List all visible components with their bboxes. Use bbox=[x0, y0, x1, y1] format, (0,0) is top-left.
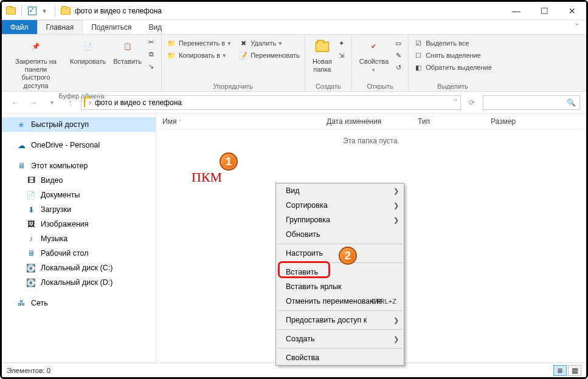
ctx-paste-shortcut[interactable]: Вставить ярлык bbox=[276, 279, 404, 294]
separator bbox=[277, 329, 403, 330]
item-count: Элементов: 0 bbox=[7, 367, 50, 374]
nav-videos[interactable]: 🎞Видео bbox=[2, 173, 156, 188]
edit-button[interactable]: ✎ bbox=[393, 50, 403, 60]
rename-icon: 📝 bbox=[238, 50, 248, 60]
network-icon: 🖧 bbox=[16, 298, 26, 308]
select-none-button[interactable]: ☐Снять выделение bbox=[413, 50, 492, 60]
label: Свойства bbox=[359, 58, 389, 66]
copy-path-button[interactable]: ⧉ bbox=[147, 49, 156, 59]
ctx-new[interactable]: Создать❯ bbox=[276, 332, 404, 346]
cut-button[interactable]: ✂ bbox=[147, 37, 156, 47]
window-controls: — ☐ ✕ bbox=[502, 2, 586, 20]
qat-checkbox-icon[interactable] bbox=[27, 5, 38, 16]
back-button[interactable]: ← bbox=[8, 95, 22, 110]
delete-button[interactable]: ✖Удалить ▾ bbox=[238, 38, 300, 48]
search-icon: 🔍 bbox=[567, 98, 576, 107]
pc-icon: 🖥 bbox=[16, 161, 26, 171]
recent-button[interactable]: ▾ bbox=[44, 95, 59, 110]
nav-quick-access[interactable]: ★Быстрый доступ bbox=[2, 117, 156, 132]
properties-button[interactable]: ✔ Свойства ▾ bbox=[357, 36, 391, 75]
minimize-button[interactable]: — bbox=[502, 2, 530, 20]
history-button[interactable]: ↺ bbox=[393, 63, 403, 72]
nav-network[interactable]: 🖧Сеть bbox=[2, 296, 156, 310]
ctx-undo-rename[interactable]: Отменить переименованиеCTRL+Z bbox=[276, 294, 404, 309]
label: Копировать bbox=[70, 58, 106, 66]
paste-shortcut-button[interactable]: ↘ bbox=[147, 61, 156, 71]
nav-desktop[interactable]: 🖥Рабочий стол bbox=[2, 246, 156, 261]
pin-to-quick-access-button[interactable]: 📌 Закрепить на панели быстрого доступа bbox=[7, 36, 65, 91]
nav-disk-c[interactable]: 💽Локальный диск (C:) bbox=[2, 261, 156, 275]
breadcrumb[interactable]: фото и видео с телефона bbox=[95, 98, 182, 107]
path-icon: ⧉ bbox=[147, 49, 156, 59]
nav-disk-d[interactable]: 💽Локальный диск (D:) bbox=[2, 275, 156, 290]
separator bbox=[277, 348, 403, 349]
ctx-refresh[interactable]: Обновить bbox=[276, 227, 404, 242]
group-label: Создать bbox=[310, 81, 347, 91]
ribbon: 📌 Закрепить на панели быстрого доступа 📄… bbox=[2, 35, 586, 92]
qat-overflow-icon[interactable]: ▾ bbox=[39, 5, 50, 16]
move-icon: 📁 bbox=[167, 38, 176, 48]
folder-icon bbox=[84, 98, 85, 107]
label: Новая папка bbox=[313, 58, 332, 73]
copy-button[interactable]: 📄 Копировать bbox=[67, 36, 108, 67]
close-button[interactable]: ✕ bbox=[558, 2, 586, 20]
address-box[interactable]: › фото и видео с телефона ˅ bbox=[81, 95, 461, 110]
rename-button[interactable]: 📝Переименовать bbox=[238, 50, 300, 60]
ctx-sort[interactable]: Сортировка❯ bbox=[276, 198, 404, 213]
select-all-icon: ☑ bbox=[413, 38, 423, 48]
ribbon-group-new: Новая папка ✦ ⇲ Создать bbox=[305, 35, 352, 91]
select-all-button[interactable]: ☑Выделить все bbox=[413, 38, 492, 48]
view-thumbnails-button[interactable]: ▦ bbox=[568, 365, 581, 376]
open-button[interactable]: ▭ bbox=[393, 38, 403, 48]
copy-icon: 📄 bbox=[78, 37, 98, 56]
paste-button[interactable]: 📋 Вставить bbox=[111, 36, 144, 67]
ctx-group[interactable]: Группировка❯ bbox=[276, 213, 404, 227]
ctx-view[interactable]: Вид❯ bbox=[276, 183, 404, 198]
doc-icon: 📄 bbox=[26, 190, 36, 200]
ribbon-collapse-button[interactable]: ˇ bbox=[568, 20, 586, 34]
view-details-button[interactable]: ≣ bbox=[553, 365, 567, 376]
nav-documents[interactable]: 📄Документы bbox=[2, 188, 156, 202]
nav-pictures[interactable]: 🖼Изображения bbox=[2, 217, 156, 231]
tab-view[interactable]: Вид bbox=[140, 20, 170, 34]
cloud-icon: ☁ bbox=[16, 140, 26, 150]
nav-downloads[interactable]: ⬇Загрузки bbox=[2, 202, 156, 217]
col-date[interactable]: Дата изменения bbox=[320, 117, 412, 126]
new-folder-button[interactable]: Новая папка bbox=[310, 36, 334, 75]
easy-access-button[interactable]: ⇲ bbox=[337, 50, 347, 60]
label: Закрепить на панели быстрого доступа bbox=[9, 58, 63, 90]
nav-onedrive[interactable]: ☁OneDrive - Personal bbox=[2, 138, 156, 152]
maximize-button[interactable]: ☐ bbox=[530, 2, 558, 20]
easy-access-icon: ⇲ bbox=[337, 50, 347, 60]
col-type[interactable]: Тип bbox=[412, 117, 485, 126]
open-icon: ▭ bbox=[393, 38, 403, 48]
label: Вставить bbox=[113, 58, 142, 66]
paste-icon: 📋 bbox=[118, 37, 137, 56]
copy-to-button[interactable]: 📁Копировать в ▾ bbox=[167, 50, 231, 60]
disk-icon: 💽 bbox=[26, 278, 36, 287]
nav-music[interactable]: ♪Музыка bbox=[2, 231, 156, 246]
chevron-right-icon: ❯ bbox=[393, 187, 399, 195]
tab-share[interactable]: Поделиться bbox=[83, 20, 140, 34]
invert-selection-button[interactable]: ◧Обратить выделение bbox=[413, 63, 492, 72]
col-size[interactable]: Размер bbox=[485, 117, 522, 126]
col-name[interactable]: Имя ˄ bbox=[156, 117, 320, 126]
annotation-rmb: ПКМ bbox=[192, 169, 222, 185]
nav-this-pc[interactable]: 🖥Этот компьютер bbox=[2, 159, 156, 173]
new-item-button[interactable]: ✦ bbox=[337, 38, 347, 48]
forward-button[interactable]: → bbox=[26, 95, 41, 110]
music-icon: ♪ bbox=[26, 234, 36, 244]
file-menu[interactable]: Файл bbox=[2, 20, 37, 34]
search-input[interactable]: 🔍 bbox=[483, 95, 580, 110]
up-button[interactable]: ↑ bbox=[63, 95, 77, 110]
refresh-button[interactable]: ⟳ bbox=[465, 95, 479, 110]
move-to-button[interactable]: 📁Переместить в ▾ bbox=[167, 38, 231, 48]
shortcut-icon: ↘ bbox=[147, 61, 156, 71]
cut-icon: ✂ bbox=[147, 37, 156, 47]
ctx-properties[interactable]: Свойства bbox=[276, 350, 404, 365]
ribbon-tabs: Файл Главная Поделиться Вид ˇ bbox=[2, 20, 586, 35]
tab-home[interactable]: Главная bbox=[37, 20, 83, 34]
delete-icon: ✖ bbox=[238, 38, 248, 48]
ribbon-group-select: ☑Выделить все ☐Снять выделение ◧Обратить… bbox=[409, 35, 497, 91]
ctx-share-access[interactable]: Предоставить доступ к❯ bbox=[276, 313, 404, 327]
